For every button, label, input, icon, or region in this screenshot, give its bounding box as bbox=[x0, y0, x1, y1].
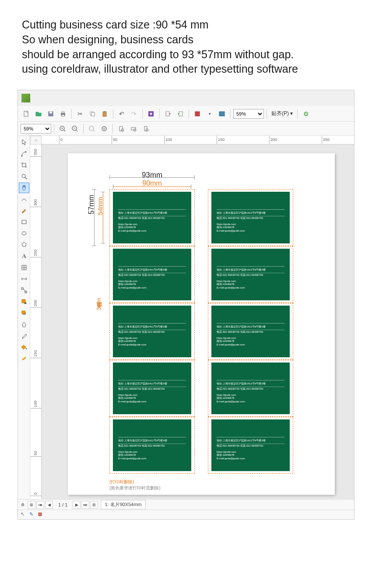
next-page-button[interactable]: ▶ bbox=[73, 501, 81, 509]
svg-line-23 bbox=[93, 130, 95, 131]
card-slot: 地址:上海市嘉定区沪宜路1411号9号楼3楼电话:021-56930702 传真… bbox=[109, 189, 195, 246]
svg-point-32 bbox=[21, 155, 23, 157]
svg-point-34 bbox=[22, 174, 25, 178]
page-counter: 1 / 1 bbox=[54, 502, 72, 507]
edit-icon[interactable]: ✎ bbox=[29, 511, 36, 518]
transparency-tool[interactable] bbox=[19, 319, 29, 330]
pick-tool[interactable] bbox=[19, 137, 29, 148]
svg-rect-13 bbox=[195, 112, 200, 116]
copy-button[interactable] bbox=[87, 108, 98, 120]
card-line: E-mail:gude@gude.com bbox=[118, 400, 186, 403]
instruction-text: Cutting business card size :90 *54 mm So… bbox=[0, 0, 372, 90]
card-line: 电话:021-56930702 传真:021-56930702 bbox=[217, 444, 284, 448]
page-tab[interactable]: 1: 名片90X54mm bbox=[101, 500, 145, 509]
business-card: 地址:上海市嘉定区沪宜路1411号9号楼3楼电话:021-56930702 传真… bbox=[113, 419, 191, 471]
page-navigator: ⊞ ⏮ ◀ 1 / 1 ▶ ⏭ ⊞ bbox=[28, 501, 98, 509]
zoom-selection-button[interactable] bbox=[86, 123, 98, 134]
separator bbox=[189, 109, 189, 119]
zoom-level-select[interactable]: 59% bbox=[21, 124, 51, 134]
canvas[interactable]: 93mm 90mm 57mm 54mm 出血位 3mm 地址:上海市嘉定区沪宜路… bbox=[42, 144, 354, 499]
zoom-out-button[interactable] bbox=[69, 123, 81, 134]
svg-rect-11 bbox=[166, 112, 169, 116]
freehand-tool[interactable] bbox=[19, 194, 29, 204]
table-tool[interactable] bbox=[19, 262, 29, 273]
undo-button[interactable]: ↶ bbox=[116, 108, 127, 120]
pan-tool[interactable] bbox=[19, 183, 29, 193]
text-tool[interactable]: A bbox=[19, 251, 29, 261]
business-card: 地址:上海市嘉定区沪宜路1411号9号楼3楼电话:021-56930702 传真… bbox=[211, 419, 290, 471]
first-page-button[interactable]: ⏮ bbox=[36, 501, 44, 509]
launch-button[interactable] bbox=[145, 108, 157, 120]
save-button[interactable] bbox=[45, 108, 56, 120]
options-button[interactable]: ⚙ bbox=[300, 108, 312, 120]
print-button[interactable] bbox=[57, 108, 69, 120]
instruction-line: Cutting business card size :90 *54 mm bbox=[22, 18, 350, 32]
business-card: 地址:上海市嘉定区沪宜路1411号9号楼3楼电话:021-56930702 传真… bbox=[113, 192, 191, 243]
open-button[interactable] bbox=[33, 108, 44, 120]
add-page-after-button[interactable]: ⊞ bbox=[90, 501, 98, 509]
card-line: 微信:12345678 bbox=[217, 225, 284, 229]
card-line: E-mail:gude@gude.com bbox=[118, 343, 186, 346]
card-line: E-mail:gude@gude.com bbox=[118, 286, 186, 289]
zoom-in-button[interactable] bbox=[57, 123, 68, 134]
artistic-media-tool[interactable] bbox=[19, 205, 29, 216]
interactive-tool[interactable] bbox=[19, 296, 29, 307]
new-button[interactable] bbox=[21, 108, 32, 120]
connector-tool[interactable] bbox=[19, 285, 29, 296]
card-line: 地址:上海市嘉定区沪宜路1411号9号楼3楼 bbox=[217, 380, 284, 386]
card-slot: 地址:上海市嘉定区沪宜路1411号9号楼3楼电话:021-56930702 传真… bbox=[208, 246, 293, 303]
snap-button[interactable]: 贴齐(P) ▾ bbox=[270, 110, 295, 117]
separator bbox=[113, 109, 113, 119]
zoom-select[interactable]: 59% bbox=[233, 109, 264, 119]
separator bbox=[267, 109, 267, 119]
page: 93mm 90mm 57mm 54mm 出血位 3mm 地址:上海市嘉定区沪宜路… bbox=[68, 153, 335, 495]
zoom-width-button[interactable] bbox=[128, 123, 139, 134]
card-grid: 地址:上海市嘉定区沪宜路1411号9号楼3楼电话:021-56930702 传真… bbox=[109, 189, 293, 474]
instruction-line: So when designing, business cards bbox=[22, 32, 350, 47]
publish-button[interactable] bbox=[192, 108, 203, 120]
card-line: 电话:021-56930702 传真:021-56930702 bbox=[118, 273, 186, 277]
prev-page-button[interactable]: ◀ bbox=[45, 501, 53, 509]
card-line: 微信:12345678 bbox=[118, 339, 186, 343]
card-line: 电话:021-56930702 传真:021-56930702 bbox=[217, 330, 284, 334]
vertical-ruler[interactable]: 350 300 250 200 150 100 50 0 bbox=[30, 144, 42, 499]
instruction-line: should be arranged according to 93 *57mm… bbox=[22, 47, 350, 62]
drop-shadow-tool[interactable] bbox=[19, 308, 29, 318]
zoom-all-button[interactable] bbox=[98, 123, 110, 134]
outline-tool[interactable] bbox=[19, 353, 29, 364]
card-line: 微信:12345678 bbox=[217, 282, 284, 286]
ruler-origin[interactable]: ⊹ bbox=[30, 136, 42, 144]
fullscreen-button[interactable] bbox=[216, 108, 228, 120]
close-icon[interactable]: ⊠ bbox=[38, 511, 45, 518]
horizontal-ruler[interactable]: 0 50 100 150 200 250 bbox=[42, 136, 354, 144]
ellipse-tool[interactable] bbox=[19, 228, 29, 239]
zoom-page-button[interactable] bbox=[116, 123, 127, 134]
options-dropdown-icon[interactable]: ▾ bbox=[204, 108, 215, 120]
business-card: 地址:上海市嘉定区沪宜路1411号9号楼3楼电话:021-56930702 传真… bbox=[113, 249, 191, 300]
tool-palette: A bbox=[18, 136, 30, 499]
card-line: 地址:上海市嘉定区沪宜路1411号9号楼3楼 bbox=[118, 209, 186, 215]
last-page-button[interactable]: ⏭ bbox=[81, 501, 89, 509]
redo-button[interactable]: ↷ bbox=[128, 108, 140, 120]
dimension-tool[interactable] bbox=[19, 274, 29, 284]
card-line: 电话:021-56930702 传真:021-56930702 bbox=[118, 387, 186, 391]
zoom-toolbar: 59% bbox=[18, 122, 354, 136]
export-button[interactable] bbox=[175, 108, 186, 120]
import-button[interactable] bbox=[162, 108, 174, 120]
polygon-tool[interactable] bbox=[19, 239, 29, 250]
eyedropper-tool[interactable] bbox=[19, 331, 29, 341]
crop-tool[interactable] bbox=[19, 160, 29, 170]
fill-tool[interactable] bbox=[19, 342, 29, 352]
add-page-button[interactable]: ⊞ bbox=[28, 501, 35, 509]
zoom-height-button[interactable] bbox=[140, 123, 151, 134]
dimension-width-outer: 93mm bbox=[109, 171, 195, 180]
cut-button[interactable]: ✂ bbox=[74, 108, 86, 120]
shape-tool[interactable] bbox=[19, 148, 29, 159]
rectangle-tool[interactable] bbox=[19, 217, 29, 227]
svg-rect-12 bbox=[179, 112, 182, 116]
app-logo-icon bbox=[21, 94, 30, 102]
card-line: 电话:021-56930702 传真:021-56930702 bbox=[217, 216, 284, 220]
svg-line-20 bbox=[76, 130, 77, 131]
zoom-tool[interactable] bbox=[19, 171, 29, 182]
paste-button[interactable] bbox=[99, 108, 110, 120]
